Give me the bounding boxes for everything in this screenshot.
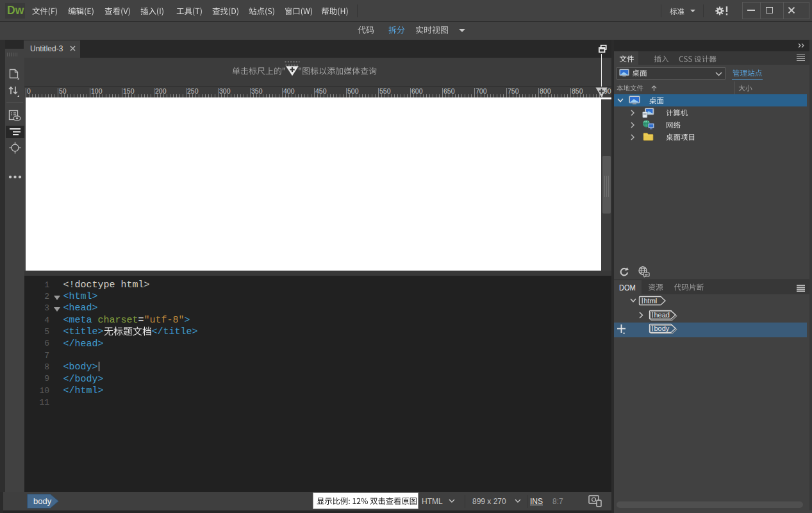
svg-text:body: body [654, 324, 670, 332]
svg-text:html: html [644, 297, 658, 305]
svg-text:head: head [654, 311, 670, 319]
